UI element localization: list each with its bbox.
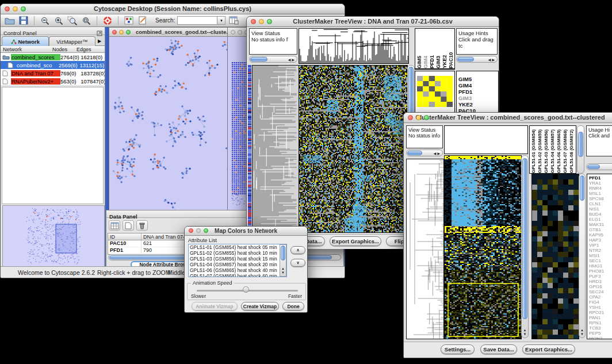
zoom-heatmap[interactable] xyxy=(531,174,579,339)
hscroll-arrows-icon[interactable]: ◀▶ xyxy=(288,56,296,62)
vscroll-arrows-icon[interactable]: ▲▼ xyxy=(579,328,585,336)
open-session-button[interactable] xyxy=(4,16,16,26)
hscroll-arrows-icon[interactable]: ◀▶ xyxy=(488,56,496,62)
gene-label[interactable]: YSH1 xyxy=(589,305,612,310)
gene-label[interactable]: PEP5 xyxy=(589,331,612,336)
move-down-button[interactable]: ∨ xyxy=(290,259,305,267)
gene-label[interactable]: ELG1 xyxy=(589,217,612,222)
gene-label[interactable]: GIM5 xyxy=(458,76,498,82)
create-vizmap-button[interactable]: Create Vizmap xyxy=(241,302,279,311)
gene-label[interactable]: RPN1 xyxy=(589,320,612,325)
zoom-out-icon[interactable] xyxy=(39,16,51,26)
minimize-button[interactable] xyxy=(13,6,18,12)
network-list-row[interactable]: combined_sco2569(6)13112(15) xyxy=(1,61,105,69)
zoom-button[interactable] xyxy=(267,19,272,24)
network-overview-panel[interactable] xyxy=(2,205,105,267)
attribute-list-item[interactable]: GPL51-06 (GSM865) heat shock 40 min xyxy=(189,267,286,273)
gene-label[interactable]: FIG4 xyxy=(589,300,612,305)
attribute-list-item[interactable]: GPL51-04 (GSM857) heat shock 20 min xyxy=(189,262,286,267)
gene-label[interactable]: CPA2 xyxy=(589,294,612,300)
gene-label[interactable]: NTR2 xyxy=(589,248,612,253)
close-button[interactable] xyxy=(251,19,256,24)
minimize-button[interactable] xyxy=(259,19,264,24)
float-panel-icon[interactable] xyxy=(97,28,102,39)
network-canvas[interactable] xyxy=(110,37,240,210)
global-heatmap[interactable] xyxy=(444,155,522,339)
zoom-heatmap[interactable] xyxy=(417,76,453,107)
gene-label[interactable]: GTB1 xyxy=(589,227,612,232)
minimize-button[interactable] xyxy=(416,115,421,120)
close-button[interactable] xyxy=(112,30,117,35)
gene-label[interactable]: HAP3 xyxy=(589,237,612,243)
attribute-list-item[interactable]: GPL51-01 (GSM854) heat shock 05 min xyxy=(189,244,286,250)
save-session-button[interactable] xyxy=(18,16,29,26)
tab-network[interactable]: Network xyxy=(2,36,49,46)
zoom-button[interactable] xyxy=(424,115,429,120)
close-button[interactable] xyxy=(5,6,10,12)
zoom-in-icon[interactable] xyxy=(53,16,64,26)
delete-attribute-icon[interactable] xyxy=(136,220,148,231)
view-status-hscroll[interactable]: ◀▶ xyxy=(249,56,297,63)
help-icon[interactable] xyxy=(102,16,113,26)
zoom-button[interactable] xyxy=(21,6,26,12)
search-dropdown-icon[interactable]: ▼ xyxy=(217,16,225,25)
network-view-titlebar[interactable]: combined_scores_good.txt--cluste... xyxy=(109,28,240,37)
close-button[interactable] xyxy=(189,228,193,233)
main-titlebar[interactable]: Cytoscape Desktop (Session Name: collins… xyxy=(1,4,345,14)
minimize-button[interactable] xyxy=(196,228,201,233)
save-data-button[interactable]: Save Data... xyxy=(480,344,517,354)
vscroll-arrows-icon[interactable]: ▲▼ xyxy=(522,328,528,336)
attribute-list-item[interactable]: GPL51-03 (GSM856) heat shock 15 min xyxy=(189,256,286,262)
attribute-list[interactable]: ▲▼ GPL51-01 (GSM854) heat shock 05 minGP… xyxy=(188,244,287,277)
gene-label[interactable]: BUD4 xyxy=(589,212,612,217)
gene-label[interactable]: RPO21 xyxy=(589,310,612,315)
gene-label[interactable]: PAN1 xyxy=(589,315,612,320)
gene-label[interactable]: HMG1 xyxy=(589,263,612,269)
hscroll-arrows-icon[interactable]: ◀▶ xyxy=(434,150,441,156)
heatmap-vscroll[interactable]: ▲▼ xyxy=(521,155,529,338)
gene-label[interactable]: SPC98 xyxy=(589,196,612,201)
gene-label[interactable]: RNR4 xyxy=(589,186,612,191)
annotation-icon[interactable] xyxy=(137,16,148,26)
gene-label[interactable]: SEC24 xyxy=(589,289,612,294)
settings-button[interactable]: Settings... xyxy=(441,344,475,354)
gene-label[interactable]: KAP95 xyxy=(589,232,612,237)
gene-label[interactable]: CLN1 xyxy=(589,201,612,206)
gene-label[interactable]: PUF3 xyxy=(589,274,612,279)
gene-label[interactable]: MAK31 xyxy=(589,222,612,227)
attribute-list-item[interactable]: GPL51-07 (GSM868) heat shock 60 min xyxy=(189,273,286,277)
gene-label[interactable]: MSL1 xyxy=(589,191,612,196)
network-list-row[interactable]: DNA and Tran 07769(0)183728(0) xyxy=(1,69,105,77)
gene-label[interactable]: SEC1 xyxy=(589,258,612,263)
zoom-button[interactable] xyxy=(204,228,208,233)
search-input[interactable] xyxy=(177,16,217,25)
vscroll-arrows-icon[interactable]: ▲▼ xyxy=(280,267,286,275)
vizmapper-icon[interactable] xyxy=(123,16,135,26)
gene-label[interactable]: PFD1 xyxy=(589,175,612,181)
animate-vizmap-button[interactable]: Animate Vizmap xyxy=(192,302,238,311)
treeview2-titlebar[interactable]: ClusterMaker TreeView : combined_scores_… xyxy=(404,113,612,123)
gene-label[interactable]: MON2 xyxy=(589,336,612,339)
global-heatmap[interactable] xyxy=(299,65,408,233)
network-list-row[interactable]: RNAPuberNov2+563(0)107847(0) xyxy=(1,77,105,85)
zoom-button[interactable] xyxy=(126,30,131,35)
gene-label[interactable]: MSI1 xyxy=(589,253,612,258)
gene-label[interactable]: YRA1 xyxy=(589,181,612,186)
row-dendrogram[interactable] xyxy=(252,65,299,233)
gene-label[interactable]: PFD1 xyxy=(458,89,498,95)
row-dendrogram[interactable] xyxy=(406,159,444,339)
move-up-button[interactable]: ∧ xyxy=(290,246,305,254)
network-list-row[interactable]: combined_scores2764(0)16218(0) xyxy=(1,53,105,61)
export-graphics-button[interactable]: Export Graphics... xyxy=(330,236,381,246)
minimize-button[interactable] xyxy=(238,30,242,35)
dialog-titlebar[interactable]: Map Colors to Network xyxy=(185,227,307,236)
gene-label[interactable]: TCB3 xyxy=(589,325,612,331)
close-button[interactable] xyxy=(231,30,235,35)
gene-label[interactable]: NIS1 xyxy=(589,206,612,212)
gene-label[interactable]: GIM4 xyxy=(458,82,498,89)
attribute-list-item[interactable]: GPL51-02 (GSM855) heat shock 10 min xyxy=(189,250,286,256)
view-status-hscroll[interactable]: ◀▶ xyxy=(406,150,443,156)
minimize-button[interactable] xyxy=(119,30,124,35)
export-graphics-button[interactable]: Export Graphics... xyxy=(522,344,575,354)
attribute-table-icon[interactable] xyxy=(109,220,120,231)
